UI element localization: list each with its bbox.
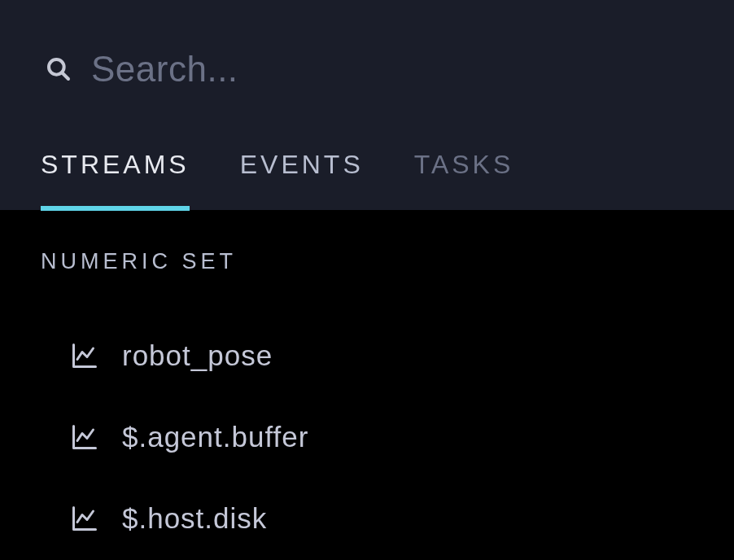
list-item[interactable]: $.host.disk: [41, 478, 693, 559]
tab-label: STREAMS: [41, 150, 190, 179]
header-panel: STREAMS EVENTS TASKS: [0, 0, 734, 210]
chart-icon: [70, 341, 99, 370]
section-header: NUMERIC SET: [41, 249, 693, 274]
item-label: $.agent.buffer: [122, 421, 308, 453]
svg-line-1: [62, 72, 68, 79]
search-icon: [46, 56, 72, 82]
tab-tasks[interactable]: TASKS: [414, 130, 514, 211]
chart-icon: [70, 422, 99, 452]
search-input[interactable]: [91, 49, 688, 90]
item-label: $.host.disk: [122, 502, 267, 535]
search-container: [0, 0, 734, 130]
tab-label: EVENTS: [240, 150, 364, 179]
item-label: robot_pose: [122, 339, 273, 372]
tab-events[interactable]: EVENTS: [240, 130, 364, 211]
list-item[interactable]: robot_pose: [41, 315, 693, 396]
tabs-container: STREAMS EVENTS TASKS: [0, 130, 734, 210]
tab-label: TASKS: [414, 150, 514, 179]
chart-icon: [70, 504, 99, 533]
list-item[interactable]: $.agent.buffer: [41, 396, 693, 478]
content-panel: NUMERIC SET robot_pose $.agent.buffer $.…: [0, 210, 734, 560]
tab-streams[interactable]: STREAMS: [41, 130, 190, 211]
